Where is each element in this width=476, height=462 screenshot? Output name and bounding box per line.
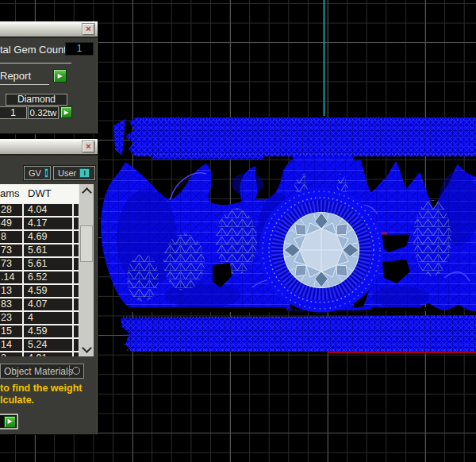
object-materials-label: Object Materials xyxy=(4,366,73,377)
table-row[interactable]: 24.91 xyxy=(0,352,79,356)
table-scrollbar[interactable] xyxy=(79,184,94,356)
gv-indicator-icon: I xyxy=(44,168,48,178)
cell-dwt: 6.52 xyxy=(24,271,72,283)
table-row[interactable]: 735.61 xyxy=(0,244,79,256)
scrollbar-thumb[interactable] xyxy=(80,225,93,262)
cell-grams: 14 xyxy=(0,339,22,351)
table-row[interactable]: 735.61 xyxy=(0,258,79,270)
weights-table: ams DWT 284.04494.1784.69735.61735.61.14… xyxy=(0,184,79,356)
cell-dwt: 5.24 xyxy=(24,339,72,351)
gem-count-label: tal Gem Count xyxy=(0,44,67,56)
table-row[interactable]: 154.59 xyxy=(0,325,79,337)
cell-dwt: 4.07 xyxy=(24,298,72,310)
cell-grams: .14 xyxy=(0,271,22,283)
user-toggle-label: User xyxy=(58,168,76,178)
cell-grams: 73 xyxy=(0,258,22,270)
calculate-play-icon: ▶ xyxy=(4,416,16,428)
scroll-up-icon[interactable] xyxy=(82,187,92,198)
cell-dwt: 4.59 xyxy=(24,325,72,337)
gem-type-weight: 0.32tw xyxy=(28,106,59,119)
close-icon[interactable]: × xyxy=(83,24,94,35)
table-row[interactable]: 134.59 xyxy=(0,285,79,297)
cell-grams: 23 xyxy=(0,312,22,324)
close-icon[interactable]: × xyxy=(83,141,94,152)
table-row[interactable]: .146.52 xyxy=(0,271,79,283)
column-header-grams: ams xyxy=(0,184,23,202)
play-icon: ▶ xyxy=(57,73,62,79)
weights-table-header: ams DWT xyxy=(0,184,79,202)
cell-dwt: 4.59 xyxy=(24,285,72,297)
cell-grams: 15 xyxy=(0,325,22,337)
cell-grams: 49 xyxy=(0,218,22,229)
gem-type-header: Diamond xyxy=(6,94,67,106)
material-picker-icon[interactable] xyxy=(69,365,82,376)
gv-toggle-label: GV xyxy=(29,168,41,178)
cell-dwt: 4.91 xyxy=(24,352,72,356)
gem-report-panel-titlebar[interactable]: × xyxy=(0,21,98,38)
cell-grams: 83 xyxy=(0,298,22,310)
gv-toggle-button[interactable]: GV I xyxy=(24,166,51,180)
weights-panel-titlebar[interactable]: × xyxy=(0,139,98,156)
column-header-dwt: DWT xyxy=(23,184,52,202)
report-label: Report xyxy=(0,70,31,82)
scroll-down-icon[interactable] xyxy=(82,343,92,353)
run-report-button[interactable]: ▶ xyxy=(53,69,67,83)
table-row[interactable]: 494.17 xyxy=(0,218,79,229)
hint-text-line1: to find the weight xyxy=(0,383,82,394)
cell-grams: 13 xyxy=(0,285,22,297)
table-row[interactable]: 84.69 xyxy=(0,231,79,243)
gem-type-report-button[interactable]: ▶ xyxy=(60,106,72,118)
cell-dwt: 4 xyxy=(24,312,72,324)
user-toggle-button[interactable]: User I xyxy=(53,166,95,180)
cell-dwt: 4.69 xyxy=(24,231,72,243)
play-icon: ▶ xyxy=(63,110,68,116)
table-row[interactable]: 284.04 xyxy=(0,204,79,216)
divider xyxy=(0,63,71,64)
application-window: × tal Gem Count 1 Report ▶ Diamond 1 0.3… xyxy=(0,0,476,462)
cell-dwt: 4.17 xyxy=(24,218,72,229)
table-row[interactable]: 145.24 xyxy=(0,339,79,351)
gem-report-panel: × tal Gem Count 1 Report ▶ Diamond 1 0.3… xyxy=(0,21,98,133)
cell-grams: 2 xyxy=(0,352,22,356)
user-indicator-icon: I xyxy=(79,168,90,178)
hint-text-line2: lculate. xyxy=(0,395,34,406)
cell-grams: 73 xyxy=(0,244,22,256)
center-gem[interactable] xyxy=(263,191,380,309)
cell-grams: 28 xyxy=(0,204,22,216)
gem-count-value: 1 xyxy=(65,42,94,56)
red-axis-line xyxy=(328,352,476,353)
weights-panel: × GV I User I ams DWT 284.04494.1784.697… xyxy=(0,139,98,434)
cell-grams: 8 xyxy=(0,231,22,243)
cell-dwt: 5.61 xyxy=(24,244,72,256)
gem-axis-line-teal xyxy=(324,0,325,116)
gem-type-count: 1 xyxy=(0,106,27,119)
table-row[interactable]: 834.07 xyxy=(0,298,79,310)
weight-table-rows: 284.04494.1784.69735.61735.61.146.52134.… xyxy=(0,204,79,356)
table-row[interactable]: 234 xyxy=(0,312,79,324)
calculate-button[interactable]: ▶ xyxy=(0,414,18,429)
object-materials-dropdown[interactable]: Object Materials xyxy=(0,364,84,379)
report-underline xyxy=(0,84,49,85)
cell-dwt: 5.61 xyxy=(24,258,72,270)
cell-dwt: 4.04 xyxy=(24,204,72,216)
